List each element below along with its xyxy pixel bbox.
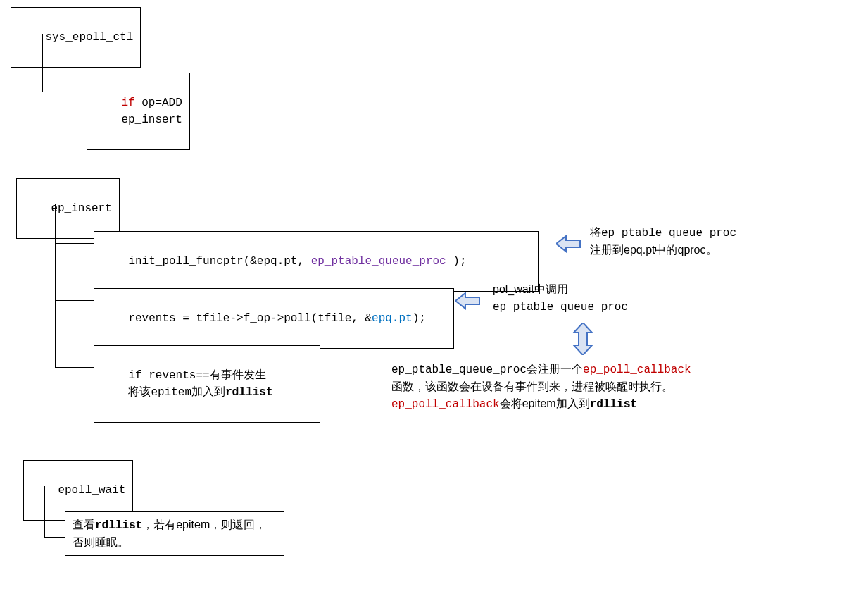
annotation-3: ep_ptable_queue_proc会注册一个ep_poll_callbac… [391,361,842,413]
text-rev-post: ); [413,312,426,325]
anno2-l1: pol_wait中调用 [493,283,568,295]
text-epoll-wait: epoll_wait [58,484,125,497]
text-ep-insert-call: ep_insert [94,113,182,126]
anno3-l1pre: ep_ptable_queue_proc会注册一个 [391,364,583,376]
anno3-l2: 函数，该函数会在设备有事件到来，进程被唤醒时执行。 [391,380,673,392]
connector [55,300,94,301]
connector [42,34,43,92]
anno3-l1red: ep_poll_callback [583,364,691,376]
box-if-revents: if revents==有事件发生 将该epitem加入到rdllist [94,345,320,423]
box-check-rdllist: 查看rdllist，若有epitem，则返回，否则睡眠。 [65,511,284,556]
arrow-up-down-icon [572,323,593,355]
diagram-canvas: sys_epoll_ctl if op=ADD ep_insert ep_ins… [0,0,868,608]
text-ep-insert: ep_insert [51,202,111,215]
connector [44,486,45,537]
connector [44,537,65,538]
text-sys-epoll-ctl: sys_epoll_ctl [45,31,133,44]
text-rev-pre: revents = tfile->f_op->poll(tfile, & [128,312,372,325]
connector [55,367,94,368]
box-ep-insert: ep_insert [16,178,120,239]
annotation-1: 将ep_ptable_queue_proc 注册到epq.pt中的qproc。 [590,224,843,259]
connector [42,92,87,92]
box-sys-epoll-ctl: sys_epoll_ctl [11,7,141,68]
connector [55,204,56,367]
anno1-l2: 注册到epq.pt中的qproc。 [590,244,717,256]
box-init-poll-funcptr: init_poll_funcptr(&epq.pt, ep_ptable_que… [94,231,539,292]
text-ifrev-l1: if revents==有事件发生 [128,369,265,382]
anno3-l3bold: rdllist [590,398,637,411]
box-revents-poll: revents = tfile->f_op->poll(tfile, &epq.… [94,288,454,349]
text-op-add: op=ADD [135,97,182,109]
text-ifrev-bold: rdllist [225,386,272,399]
text-rev-blue: epq.pt [372,312,413,325]
arrow-left-icon [455,292,481,310]
box-if-op-add: if op=ADD ep_insert [87,73,190,150]
keyword-if: if [121,97,134,109]
anno3-l3red: ep_poll_callback [391,398,500,411]
annotation-2: pol_wait中调用 ep_ptable_queue_proc [493,281,704,316]
text-ifrev-l2pre: 将该epitem加入到 [101,386,225,399]
text-chk-pre: 查看 [73,519,95,531]
connector [55,243,94,244]
anno3-l3mid: 会将epitem加入到 [500,397,590,409]
text-ipf-purple: ep_ptable_queue_proc [311,255,446,268]
anno1-l1mono: ep_ptable_queue_proc [601,227,736,240]
anno2-l2: ep_ptable_queue_proc [493,301,628,314]
anno1-l1pre: 将 [590,226,601,238]
arrow-left-icon [556,235,581,253]
text-chk-bold: rdllist [95,519,142,532]
text-ipf-post: ); [446,255,467,268]
text-ipf-pre: init_poll_funcptr(&epq.pt, [128,255,310,268]
